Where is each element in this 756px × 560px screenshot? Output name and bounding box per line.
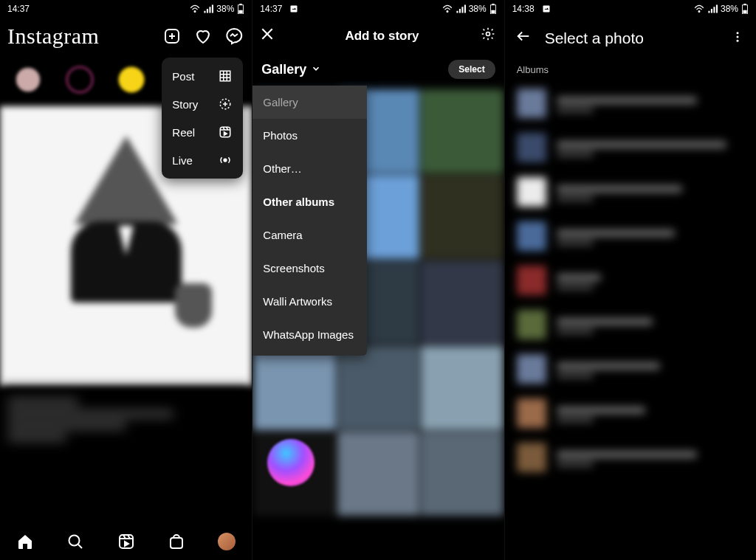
menu-label: Reel — [172, 126, 195, 139]
svg-point-0 — [194, 11, 196, 13]
menu-label: Live — [172, 154, 193, 167]
svg-rect-19 — [120, 535, 133, 548]
svg-rect-3 — [239, 10, 243, 13]
svg-point-28 — [486, 32, 489, 36]
create-menu-reel[interactable]: Reel — [162, 118, 243, 146]
svg-point-22 — [447, 11, 448, 13]
select-button[interactable]: Select — [448, 60, 495, 79]
instagram-header: Instagram — [0, 18, 252, 55]
select-label: Select — [458, 64, 484, 75]
album-row[interactable] — [505, 170, 756, 214]
activity-icon[interactable] — [193, 26, 213, 46]
wifi-icon — [694, 4, 704, 13]
create-icon[interactable] — [162, 26, 182, 46]
menu-label: Post — [172, 70, 194, 83]
battery-icon — [741, 4, 749, 14]
screen-select-photo: 14:38 38% Select a photo Albums — [504, 0, 756, 560]
svg-rect-20 — [171, 538, 182, 548]
gallery-row: Gallery Select — [252, 54, 504, 85]
more-icon[interactable] — [731, 30, 746, 47]
chevron-down-icon — [311, 62, 321, 77]
screenshot-indicator-icon — [542, 4, 551, 13]
album-row[interactable] — [505, 391, 756, 435]
album-item-gallery[interactable]: Gallery — [252, 86, 367, 119]
live-icon — [218, 153, 233, 167]
svg-rect-15 — [221, 127, 231, 137]
album-row[interactable] — [505, 125, 756, 170]
svg-rect-33 — [743, 10, 746, 13]
messenger-icon[interactable] — [224, 26, 244, 46]
svg-line-18 — [78, 545, 82, 548]
album-item-camera[interactable]: Camera — [252, 218, 367, 252]
svg-rect-25 — [491, 10, 495, 13]
svg-rect-21 — [291, 6, 298, 13]
album-section-header: Other albums — [252, 185, 367, 218]
status-bar: 14:38 38% — [505, 0, 756, 18]
album-item-other[interactable]: Other… — [252, 152, 367, 185]
create-story-color-button[interactable] — [267, 439, 315, 486]
battery-icon — [489, 4, 497, 14]
album-row[interactable] — [505, 435, 756, 480]
screen-instagram-home: 14:37 38% Instagram — [0, 0, 252, 560]
screen-add-to-story: 14:37 38% Add to story Gallery — [252, 0, 504, 560]
nav-profile-avatar[interactable] — [217, 532, 236, 551]
screenshot-indicator-icon — [289, 4, 298, 13]
signal-icon — [456, 4, 466, 13]
signal-icon — [203, 4, 213, 13]
gallery-label: Gallery — [261, 62, 306, 77]
status-time: 14:37 — [260, 4, 282, 14]
svg-point-16 — [224, 159, 227, 162]
battery-label: 38% — [721, 4, 738, 14]
add-to-story-header: Add to story — [252, 18, 504, 54]
battery-label: 38% — [216, 4, 234, 14]
album-row[interactable] — [505, 303, 756, 347]
battery-icon — [237, 4, 244, 14]
nav-home-icon[interactable] — [16, 532, 35, 551]
status-bar: 14:37 38% — [252, 0, 504, 18]
nav-reels-icon[interactable] — [117, 532, 136, 551]
menu-label: Story — [172, 98, 198, 111]
avatar-icon — [218, 533, 236, 550]
album-row[interactable] — [505, 81, 756, 125]
album-item-whatsapp[interactable]: WhatsApp Images — [252, 318, 367, 351]
create-menu-story[interactable]: Story — [162, 90, 243, 118]
create-menu-post[interactable]: Post — [162, 62, 243, 90]
close-icon[interactable] — [260, 27, 276, 45]
albums-list[interactable] — [505, 81, 756, 560]
bottom-nav — [0, 523, 252, 560]
instagram-logo: Instagram — [7, 24, 99, 49]
album-row[interactable] — [505, 347, 756, 391]
page-title: Select a photo — [545, 30, 731, 47]
svg-rect-7 — [221, 71, 231, 81]
reel-icon — [218, 125, 233, 139]
album-row[interactable] — [505, 258, 756, 303]
grid-icon — [218, 69, 233, 83]
svg-point-36 — [736, 35, 738, 38]
settings-icon[interactable] — [481, 27, 497, 45]
back-icon[interactable] — [515, 28, 532, 48]
create-menu-live[interactable]: Live — [162, 146, 243, 174]
create-menu: Post Story Reel Live — [162, 58, 243, 179]
battery-label: 38% — [469, 4, 487, 14]
svg-point-35 — [736, 32, 738, 34]
nav-shop-icon[interactable] — [167, 532, 186, 551]
album-item-walli[interactable]: Walli Artworks — [252, 285, 367, 318]
album-item-screenshots[interactable]: Screenshots — [252, 252, 367, 285]
gallery-dropdown-trigger[interactable]: Gallery — [261, 62, 321, 77]
status-time: 14:38 — [512, 4, 535, 14]
wifi-icon — [442, 4, 453, 13]
signal-icon — [707, 4, 718, 13]
svg-point-37 — [736, 39, 738, 41]
album-row[interactable] — [505, 214, 756, 258]
nav-search-icon[interactable] — [66, 532, 85, 551]
album-dropdown: Gallery Photos Other… Other albums Camer… — [252, 86, 367, 356]
svg-rect-29 — [543, 6, 549, 13]
status-bar: 14:37 38% — [0, 0, 252, 18]
svg-point-17 — [69, 536, 80, 546]
status-time: 14:37 — [7, 4, 30, 14]
new-story-icon — [218, 97, 233, 111]
albums-section-label: Albums — [505, 58, 756, 83]
select-photo-header: Select a photo — [505, 18, 756, 58]
svg-point-30 — [698, 11, 700, 13]
album-item-photos[interactable]: Photos — [252, 119, 367, 152]
